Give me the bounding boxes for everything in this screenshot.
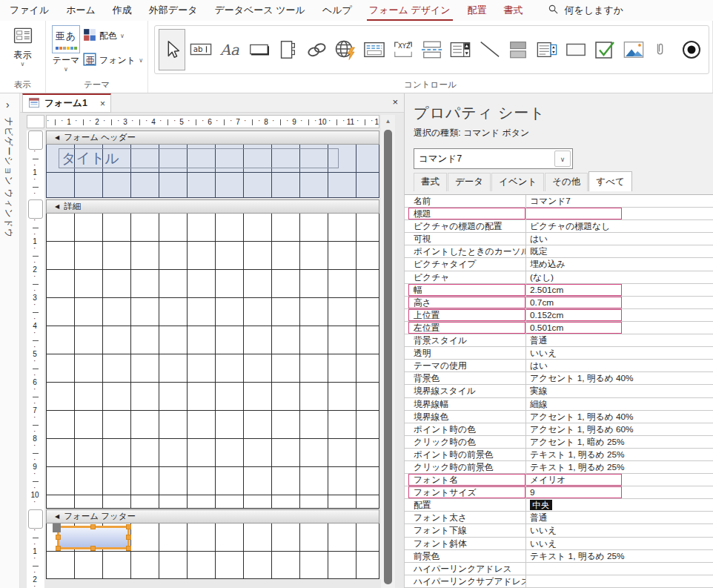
horizontal-ruler[interactable]: ··1··2··3··4··5··6··7··8··9··10··11··12 xyxy=(46,115,379,128)
command-button[interactable] xyxy=(57,526,130,549)
property-value[interactable] xyxy=(525,575,713,587)
search-box[interactable]: 何をしますか xyxy=(548,4,624,17)
fonts-button[interactable]: 亜 フォント ∨ xyxy=(83,53,143,68)
web-browser-control-tool[interactable] xyxy=(332,29,359,70)
menu-item-5[interactable]: データベース ツール xyxy=(212,0,307,21)
section-selector-detail[interactable] xyxy=(28,199,43,219)
line-tool[interactable] xyxy=(476,29,503,70)
property-name[interactable]: ハイパーリンクサブアドレス xyxy=(405,575,525,587)
property-value[interactable]: 0.7cm xyxy=(525,297,713,308)
property-name[interactable]: クリック時の前景色 xyxy=(405,461,525,473)
property-value[interactable] xyxy=(525,563,713,575)
property-value[interactable]: アクセント 1, 明るめ 60% xyxy=(525,423,713,435)
property-name[interactable]: 高さ xyxy=(405,297,525,308)
section-bar-form-header[interactable]: ◀ フォーム ヘッダー xyxy=(46,131,379,145)
option-group-tool[interactable]: XYZ xyxy=(390,29,417,70)
property-value[interactable]: アクセント 1, 明るめ 40% xyxy=(525,411,713,423)
property-name[interactable]: 名前 xyxy=(405,195,525,207)
property-value[interactable]: いいえ xyxy=(525,524,713,536)
menu-item-7[interactable]: フォーム デザイン xyxy=(367,0,453,21)
section-selector-header[interactable] xyxy=(28,131,43,150)
tab-form1[interactable]: フォーム1 × xyxy=(22,93,111,113)
section-bar-form-footer[interactable]: ◀ フォーム フッター xyxy=(46,509,379,523)
property-name[interactable]: クリック時の色 xyxy=(405,436,525,448)
list-box-tool[interactable] xyxy=(534,29,560,70)
select-tool[interactable] xyxy=(159,29,185,70)
chevron-down-icon[interactable]: ∨ xyxy=(554,151,571,167)
property-tab-4[interactable]: その他 xyxy=(545,173,588,191)
property-value[interactable]: 0.152cm xyxy=(525,309,713,321)
property-name[interactable]: フォント斜体 xyxy=(405,538,525,549)
property-name[interactable]: フォント下線 xyxy=(405,524,525,536)
property-value[interactable]: 普通 xyxy=(525,512,713,523)
property-name[interactable]: 上位置 xyxy=(405,309,525,321)
hyperlink-tool[interactable] xyxy=(303,29,330,70)
property-tab-2[interactable]: データ xyxy=(448,173,491,191)
form-footer-grid[interactable] xyxy=(46,523,379,579)
menu-item-6[interactable]: ヘルプ xyxy=(320,0,354,21)
property-value[interactable]: いいえ xyxy=(525,347,713,359)
object-selector[interactable]: コマンド7 ∨ xyxy=(414,148,573,169)
property-value[interactable]: 9 xyxy=(525,486,713,498)
property-name[interactable]: フォント太さ xyxy=(405,512,525,523)
property-name[interactable]: ピクチャ xyxy=(405,271,525,283)
property-value[interactable]: アクセント 1, 明るめ 40% xyxy=(525,372,713,384)
navigation-control-tool[interactable] xyxy=(361,29,388,70)
property-value[interactable]: アクセント 1, 暗め 25% xyxy=(525,436,713,448)
property-value[interactable]: メイリオ xyxy=(525,474,713,486)
property-value[interactable]: 2.501cm xyxy=(525,284,713,296)
colors-button[interactable]: 配色 ∨ xyxy=(83,28,143,44)
text-box-tool[interactable]: ab xyxy=(188,29,214,70)
resize-handle[interactable] xyxy=(90,524,96,529)
tab-close-icon[interactable]: × xyxy=(100,99,105,109)
property-name[interactable]: 標題 xyxy=(405,208,525,219)
label-tool[interactable]: Aa xyxy=(216,29,243,70)
property-name[interactable]: ピクチャタイプ xyxy=(405,258,525,270)
resize-handle[interactable] xyxy=(56,535,61,540)
view-button[interactable]: 表示 ∨ xyxy=(0,21,45,67)
resize-handle[interactable] xyxy=(126,524,131,529)
resize-handle[interactable] xyxy=(56,546,61,551)
move-handle[interactable] xyxy=(53,523,61,532)
detail-grid[interactable] xyxy=(46,214,379,509)
property-name[interactable]: ポイント時の前景色 xyxy=(405,449,525,460)
property-value[interactable]: (なし) xyxy=(525,271,713,283)
property-value[interactable]: テキスト 1, 明るめ 25% xyxy=(525,550,713,562)
property-name[interactable]: ピクチャの標題の配置 xyxy=(405,220,525,232)
property-name[interactable]: ハイパーリンクアドレス xyxy=(405,563,525,575)
page-break-tool[interactable] xyxy=(419,29,445,70)
menu-item-4[interactable]: 外部データ xyxy=(147,0,200,21)
menu-item-8[interactable]: 配置 xyxy=(465,0,489,21)
property-name[interactable]: 背景色 xyxy=(405,372,525,384)
property-value[interactable]: 実線 xyxy=(525,385,713,397)
property-value[interactable]: 普通 xyxy=(525,334,713,346)
option-button-tool[interactable] xyxy=(678,29,705,70)
property-name[interactable]: 境界線スタイル xyxy=(405,385,525,397)
toggle-button-tool[interactable] xyxy=(505,29,531,70)
property-value[interactable]: テキスト 1, 明るめ 25% xyxy=(525,461,713,473)
property-name[interactable]: フォントサイズ xyxy=(405,486,525,498)
property-value[interactable]: いいえ xyxy=(525,538,713,549)
image-tool[interactable] xyxy=(620,29,647,70)
navigation-pane-collapsed[interactable]: › ナビゲーション ウィンドウ xyxy=(0,93,20,588)
property-value[interactable]: はい xyxy=(525,360,713,371)
menu-item-3[interactable]: 作成 xyxy=(110,0,134,21)
combo-box-tool[interactable] xyxy=(447,29,474,70)
property-tab-3[interactable]: イベント xyxy=(491,173,544,191)
menu-item-2[interactable]: ホーム xyxy=(64,0,98,21)
property-value[interactable]: 細線 xyxy=(525,398,713,410)
scrollbar-thumb[interactable] xyxy=(384,130,392,584)
property-name[interactable]: 左位置 xyxy=(405,322,525,334)
resize-handle[interactable] xyxy=(126,535,131,540)
property-name[interactable]: 透明 xyxy=(405,347,525,359)
property-name[interactable]: 前景色 xyxy=(405,550,525,562)
property-name[interactable]: 可視 xyxy=(405,233,525,245)
property-tab-5[interactable]: すべて xyxy=(588,171,631,191)
form-header-grid[interactable]: タイトル xyxy=(46,145,379,198)
property-name[interactable]: 幅 xyxy=(405,284,525,296)
property-value[interactable]: はい xyxy=(525,233,713,245)
property-name[interactable]: 配置 xyxy=(405,499,525,511)
button-tool[interactable] xyxy=(245,29,272,70)
section-selector-footer[interactable] xyxy=(28,509,43,529)
property-value[interactable] xyxy=(525,208,713,219)
